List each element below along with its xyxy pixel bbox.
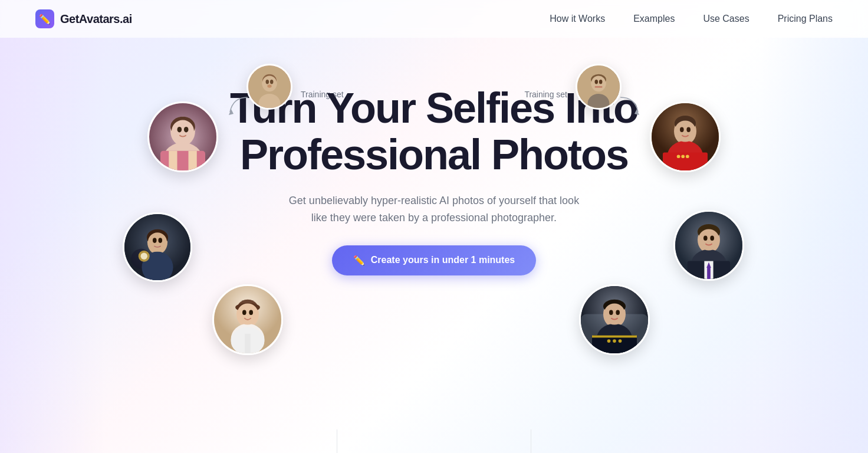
navbar: ✏️ GetAvatars.ai How it Works Examples U…	[0, 0, 868, 38]
hero-title: Turn Your Selfies Into Professional Phot…	[230, 85, 638, 178]
svg-point-15	[172, 120, 194, 143]
svg-rect-42	[245, 334, 251, 353]
avatar-female-3	[123, 212, 192, 282]
logo-icon: ✏️	[35, 9, 54, 28]
svg-point-87	[613, 339, 616, 343]
svg-point-47	[591, 76, 606, 90]
svg-point-38	[237, 303, 258, 324]
svg-point-82	[609, 310, 613, 315]
svg-rect-84	[592, 336, 637, 353]
svg-point-81	[604, 303, 625, 324]
cta-label: Create yours in under 1 minutes	[371, 255, 515, 265]
svg-rect-85	[592, 336, 637, 338]
svg-point-8	[270, 80, 274, 84]
svg-point-49	[599, 80, 603, 84]
right-arrow	[614, 91, 644, 121]
bottom-line-right	[531, 429, 531, 453]
svg-point-56	[675, 120, 696, 142]
svg-point-69	[703, 235, 708, 241]
svg-point-27	[148, 232, 167, 251]
svg-point-58	[686, 127, 691, 132]
svg-point-62	[686, 155, 689, 158]
svg-point-70	[710, 235, 714, 241]
svg-point-57	[680, 127, 684, 132]
hero-subtitle: Get unbelievably hyper-realistic AI phot…	[281, 192, 587, 226]
nav-how-it-works[interactable]: How it Works	[550, 14, 605, 24]
svg-marker-0	[229, 109, 234, 115]
avatar-female-4	[212, 284, 283, 355]
svg-point-68	[698, 229, 719, 250]
avatar-female-2	[147, 101, 218, 172]
svg-point-88	[619, 339, 622, 343]
logo-text: GetAvatars.ai	[60, 12, 132, 26]
avatar-male-2	[650, 101, 721, 172]
svg-point-9	[267, 84, 271, 88]
cta-button[interactable]: ✏️ Create yours in under 1 minutes	[332, 245, 537, 275]
svg-rect-20	[189, 151, 197, 170]
nav-links: How it Works Examples Use Cases Pricing …	[550, 14, 833, 24]
svg-point-61	[681, 155, 685, 158]
nav-use-cases[interactable]: Use Cases	[703, 14, 749, 24]
svg-point-39	[242, 310, 246, 315]
svg-point-60	[677, 155, 680, 158]
svg-rect-19	[169, 151, 177, 170]
avatar-male-4	[579, 284, 650, 355]
bottom-dividers	[0, 429, 868, 453]
svg-point-40	[249, 310, 253, 315]
svg-point-17	[184, 127, 189, 133]
nav-pricing-plans[interactable]: Pricing Plans	[778, 14, 833, 24]
svg-rect-59	[663, 153, 708, 170]
nav-examples[interactable]: Examples	[633, 14, 675, 24]
logo-area[interactable]: ✏️ GetAvatars.ai	[35, 9, 132, 28]
svg-marker-1	[634, 109, 639, 115]
svg-point-29	[158, 238, 162, 243]
svg-point-83	[616, 310, 620, 315]
svg-rect-50	[595, 86, 603, 88]
svg-point-7	[266, 80, 269, 84]
svg-point-86	[607, 339, 611, 343]
svg-point-6	[262, 76, 277, 90]
pencil-icon: ✏️	[353, 255, 365, 266]
svg-point-48	[595, 80, 599, 84]
svg-rect-74	[707, 268, 711, 279]
svg-rect-18	[160, 151, 205, 170]
svg-point-28	[153, 238, 157, 243]
svg-point-16	[177, 127, 182, 133]
bottom-line-left	[337, 429, 337, 453]
svg-point-31	[141, 252, 147, 259]
avatar-male-3	[673, 210, 744, 281]
left-arrow	[224, 91, 254, 121]
